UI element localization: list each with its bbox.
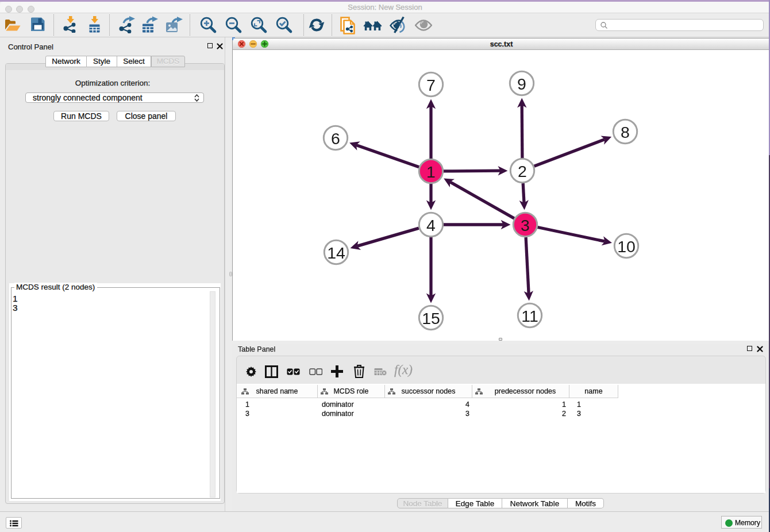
svg-text:6: 6 [331, 129, 340, 148]
svg-text:11: 11 [521, 307, 538, 325]
svg-text:2: 2 [518, 162, 527, 180]
svg-text:1: 1 [426, 163, 436, 181]
svg-text:14: 14 [327, 244, 345, 262]
svg-text:9: 9 [517, 75, 526, 93]
svg-text:10: 10 [617, 237, 636, 256]
svg-text:4: 4 [426, 216, 436, 234]
svg-text:8: 8 [621, 123, 630, 141]
svg-text:3: 3 [521, 216, 530, 234]
svg-text:7: 7 [426, 76, 436, 94]
svg-text:15: 15 [422, 309, 440, 327]
